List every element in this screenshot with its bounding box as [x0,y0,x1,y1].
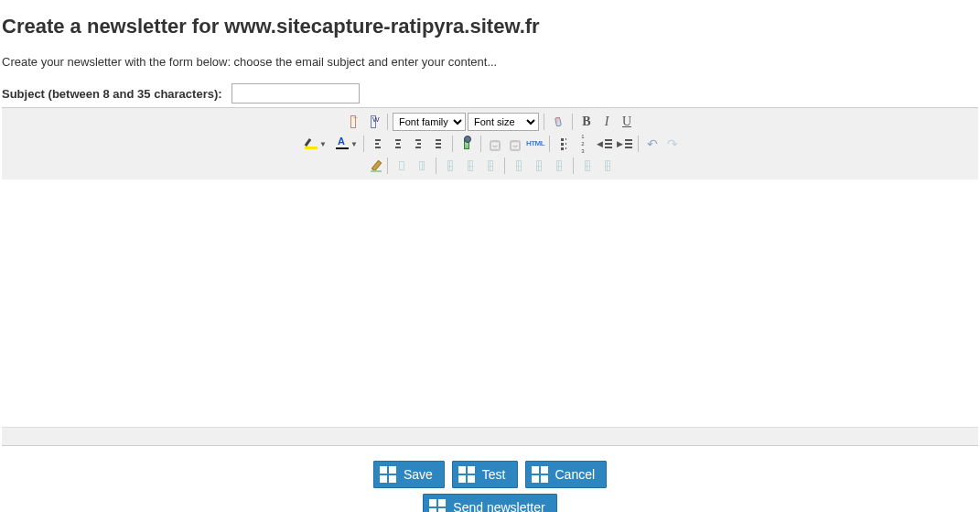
table-insert-col-before-button[interactable] [510,157,528,175]
table-insert-col-after-button[interactable] [530,157,548,175]
separator [504,158,505,174]
highlight-color-dropdown[interactable]: ▼ [318,135,328,153]
table-insert-row-before-button[interactable] [441,157,459,175]
separator [452,136,453,152]
outdent-button[interactable]: ◀ [595,135,613,153]
unlink-button[interactable] [506,135,524,153]
editor-statusbar [2,427,978,445]
remove-formatting-icon[interactable] [549,113,567,131]
grid-icon [458,466,475,483]
html-button[interactable]: HTML [526,135,544,153]
rich-text-editor: Font family Font size B I U ▼ ▼ [2,107,978,446]
undo-button[interactable]: ↶ [643,135,662,153]
grid-icon [429,499,446,512]
bold-button[interactable]: B [577,113,596,131]
cancel-button-label: Cancel [555,467,596,482]
edit-area-button[interactable] [364,157,382,175]
text-color-button[interactable] [329,135,348,153]
separator [549,136,550,152]
toolbar-row-2: ▼ ▼ HTML 123 ◀ ▶ ↶ [298,133,682,155]
separator [572,114,573,130]
separator [480,136,481,152]
table-delete-col-button[interactable] [550,157,568,175]
send-newsletter-button[interactable]: Send newsletter [423,494,556,512]
subject-label: Subject (between 8 and 35 characters): [2,87,222,101]
grid-icon [380,466,396,483]
paste-word-icon[interactable] [364,113,382,131]
font-size-select[interactable]: Font size [468,113,539,131]
send-newsletter-button-label: Send newsletter [453,500,544,512]
separator [387,114,388,130]
cancel-button[interactable]: Cancel [525,461,608,488]
separator [573,158,574,174]
highlight-color-button[interactable] [298,135,317,153]
indent-button[interactable]: ▶ [615,135,633,153]
toolbar-row-1: Font family Font size B I U [344,111,636,133]
unordered-list-button[interactable] [555,135,573,153]
editor-toolbar: Font family Font size B I U ▼ ▼ [2,108,978,180]
separator [638,136,639,152]
table-insert-row-after-button[interactable] [461,157,479,175]
table-delete-row-button[interactable] [481,157,500,175]
editor-content-area[interactable] [2,180,978,427]
subject-input[interactable] [232,83,360,103]
align-left-button[interactable] [369,135,387,153]
test-button[interactable]: Test [452,461,518,488]
grid-icon [532,466,548,483]
insert-box-button[interactable] [393,157,411,175]
underline-button[interactable]: U [618,113,636,131]
table-merge-cells-button[interactable] [578,157,597,175]
table-split-cells-button[interactable] [598,157,617,175]
page-title: Create a newsletter for www.sitecapture-… [2,15,978,38]
insert-split-button[interactable] [413,157,431,175]
separator [436,158,436,174]
ordered-list-button[interactable]: 123 [575,135,593,153]
paste-text-icon[interactable] [344,113,362,131]
test-button-label: Test [482,467,506,482]
italic-button[interactable]: I [598,113,616,131]
save-button-label: Save [404,467,433,482]
align-justify-button[interactable] [429,135,447,153]
save-button[interactable]: Save [373,461,445,488]
toolbar-row-3 [364,155,617,177]
font-family-select[interactable]: Font family [393,113,466,131]
insert-image-button[interactable] [458,135,476,153]
text-color-dropdown[interactable]: ▼ [350,135,359,153]
align-right-button[interactable] [409,135,427,153]
separator [387,158,388,174]
redo-button[interactable]: ↷ [663,135,682,153]
align-center-button[interactable] [389,135,407,153]
separator [544,114,544,130]
separator [363,136,364,152]
link-button[interactable] [486,135,504,153]
page-intro: Create your newsletter with the form bel… [2,55,978,69]
